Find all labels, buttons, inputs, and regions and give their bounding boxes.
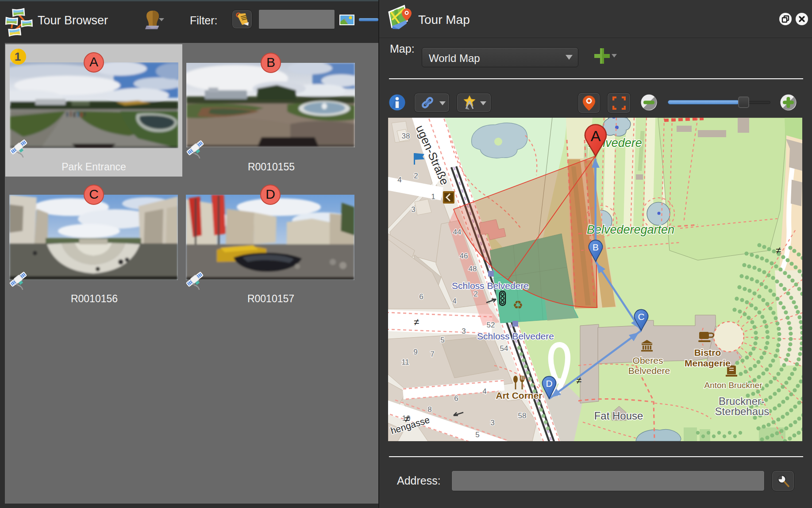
svg-text:Belvederegarten: Belvederegarten	[587, 223, 674, 236]
svg-text:♻: ♻	[513, 298, 523, 312]
svg-text:11: 11	[401, 358, 409, 366]
svg-text:6: 6	[454, 394, 458, 403]
svg-text:58: 58	[518, 412, 527, 420]
svg-text:54: 54	[500, 344, 508, 353]
svg-text:Sterbehaus: Sterbehaus	[715, 405, 770, 417]
svg-text:7: 7	[430, 350, 434, 358]
svg-text:Schloss Belvedere: Schloss Belvedere	[452, 281, 529, 291]
svg-text:≠: ≠	[414, 316, 419, 327]
svg-text:3: 3	[411, 205, 415, 214]
svg-text:46: 46	[460, 252, 468, 260]
svg-text:Art Corner: Art Corner	[496, 390, 542, 400]
svg-text:5: 5	[475, 431, 479, 439]
svg-text:C: C	[638, 312, 644, 322]
svg-text:B: B	[593, 242, 599, 252]
svg-text:Bistro: Bistro	[694, 347, 721, 358]
svg-text:2: 2	[414, 172, 418, 180]
svg-text:≠: ≠	[776, 245, 781, 256]
svg-text:2: 2	[473, 290, 477, 298]
svg-text:3: 3	[490, 419, 494, 427]
svg-text:Menagerie: Menagerie	[685, 358, 731, 368]
svg-text:5: 5	[440, 336, 444, 344]
svg-text:4: 4	[482, 387, 486, 396]
svg-text:Anton Bruckner: Anton Bruckner	[704, 381, 763, 390]
svg-text:1: 1	[15, 50, 21, 63]
svg-text:Belvedere: Belvedere	[628, 366, 670, 376]
svg-text:48: 48	[469, 265, 477, 273]
svg-text:44: 44	[453, 228, 462, 236]
svg-text:≠: ≠	[404, 413, 410, 424]
svg-text:A: A	[591, 127, 601, 144]
svg-text:D: D	[546, 378, 552, 389]
svg-text:8: 8	[427, 405, 431, 414]
svg-text:9: 9	[413, 348, 417, 356]
svg-text:4: 4	[452, 297, 456, 305]
svg-text:1: 1	[431, 192, 435, 201]
svg-text:4: 4	[397, 176, 401, 184]
svg-text:Schloss Belvedere: Schloss Belvedere	[477, 331, 554, 341]
svg-text:52: 52	[487, 321, 495, 329]
svg-text:Fat House: Fat House	[594, 410, 643, 422]
svg-text:38: 38	[402, 132, 410, 140]
svg-text:3: 3	[462, 327, 466, 335]
svg-text:6: 6	[419, 292, 423, 301]
svg-text:Oberes: Oberes	[633, 355, 663, 366]
